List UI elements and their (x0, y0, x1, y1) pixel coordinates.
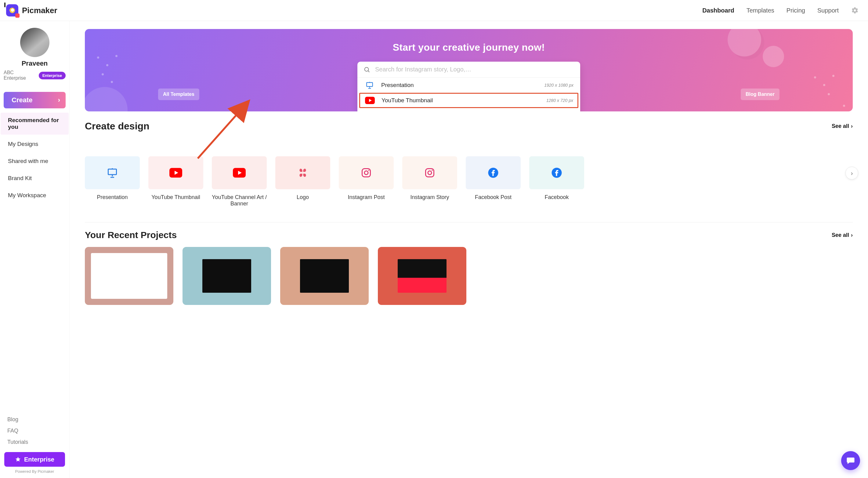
sidebar-item-shared[interactable]: Shared with me (1, 153, 69, 169)
design-card-facebook-post[interactable]: Facebook Post (466, 156, 521, 207)
youtube-icon (364, 96, 375, 105)
card-label: Presentation (85, 194, 140, 201)
sidebar: Praveen ABC Enterprise Enterprise Create… (0, 21, 70, 478)
design-card-logo[interactable]: Logo (275, 156, 330, 207)
chevron-right-icon: › (851, 123, 853, 129)
brand[interactable]: Picmaker (6, 4, 57, 17)
recent-project-card[interactable] (85, 247, 173, 305)
facebook-icon (488, 167, 499, 178)
create-section-head: Create design See all › (85, 121, 853, 132)
youtube-icon (169, 167, 182, 178)
see-all-label: See all (832, 232, 849, 238)
svg-rect-2 (367, 82, 373, 86)
enterprise-label: Enterprise (24, 456, 54, 463)
facebook-icon (551, 167, 562, 178)
recent-title: Your Recent Projects (85, 230, 177, 240)
dropdown-list: Presentation1920 x 1080 pxYouTube Thumbn… (358, 78, 580, 112)
design-card-instagram-post[interactable]: Instagram Post (339, 156, 394, 207)
card-tile (339, 156, 394, 189)
search-icon (364, 66, 370, 73)
recent-head: Your Recent Projects See all › (85, 230, 853, 240)
avatar[interactable] (20, 28, 50, 57)
youtube-icon (233, 167, 246, 178)
chevron-right-icon: › (58, 96, 60, 104)
search-input[interactable] (375, 66, 574, 73)
recent-project-card[interactable] (280, 247, 369, 305)
recent-row (85, 247, 853, 305)
chevron-right-icon: › (851, 232, 853, 238)
dropdown-item-size: 1920 x 1080 px (544, 83, 574, 88)
design-card-youtube-thumbnail[interactable]: YouTube Thumbnail (148, 156, 203, 207)
logo-icon (297, 167, 308, 178)
chip-all-templates[interactable]: All Templates (158, 89, 199, 100)
instagram-icon (361, 167, 372, 178)
design-card-instagram-story[interactable]: Instagram Story (402, 156, 457, 207)
card-tile (402, 156, 457, 189)
sidebar-link-tutorials[interactable]: Tutorials (7, 439, 66, 445)
dropdown-item-label: Presentation (381, 82, 538, 89)
profile-name: Praveen (22, 60, 48, 67)
sidebar-item-recommended[interactable]: Recommended for you (1, 113, 69, 135)
card-tile (85, 156, 140, 189)
nav-templates[interactable]: Templates (747, 7, 774, 14)
design-card-facebook[interactable]: Facebook (529, 156, 584, 207)
plan-badge: Enterprise (39, 72, 66, 79)
profile: Praveen ABC Enterprise Enterprise (1, 28, 69, 86)
sidebar-nav: Recommended for you My Designs Shared wi… (1, 113, 69, 203)
nav-support[interactable]: Support (817, 7, 839, 14)
card-tile (275, 156, 330, 189)
svg-point-0 (365, 67, 369, 71)
see-all-recent[interactable]: See all › (832, 232, 853, 238)
card-label: Facebook (529, 194, 584, 201)
svg-line-1 (368, 71, 369, 72)
card-label: Facebook Post (466, 194, 521, 201)
gear-icon[interactable] (851, 6, 859, 14)
powered-by: Powered By Picmaker (1, 469, 69, 475)
main: Start your creative journey now! All Tem… (70, 21, 868, 478)
enterprise-button[interactable]: Enterprise (4, 452, 65, 467)
topnav: Dashboard Templates Pricing Support (702, 6, 859, 14)
brand-name: Picmaker (22, 6, 57, 15)
svg-point-23 (364, 171, 368, 175)
card-label: Instagram Story (402, 194, 457, 201)
presentation-icon (107, 167, 118, 178)
card-tile (148, 156, 203, 189)
nav-dashboard[interactable]: Dashboard (702, 7, 734, 14)
recent-project-card[interactable] (183, 247, 271, 305)
design-row: PresentationYouTube ThumbnailYouTube Cha… (85, 156, 853, 207)
youtube-icon (364, 111, 375, 112)
design-card-youtube-channel-art-banner[interactable]: YouTube Channel Art / Banner (212, 156, 267, 207)
presentation-icon (364, 81, 375, 90)
dropdown-item-youtube-thumbnail[interactable]: YouTube Thumbnail1280 x 720 px (359, 93, 578, 108)
sidebar-item-brand-kit[interactable]: Brand Kit (1, 171, 69, 186)
recent-project-card[interactable] (378, 247, 466, 305)
sidebar-item-my-designs[interactable]: My Designs (1, 137, 69, 152)
design-card-presentation[interactable]: Presentation (85, 156, 140, 207)
sidebar-link-blog[interactable]: Blog (7, 416, 66, 423)
dropdown-item-size: 1280 x 720 px (546, 98, 573, 103)
create-button[interactable]: Create › (4, 92, 66, 108)
card-tile (212, 156, 267, 189)
see-all-create[interactable]: See all › (832, 123, 853, 129)
card-tile (529, 156, 584, 189)
nav-pricing[interactable]: Pricing (786, 7, 805, 14)
dropdown-item-youtube-banner[interactable]: YouTube Banner2560 x 1440 px (358, 108, 580, 112)
card-label: Logo (275, 194, 330, 201)
svg-point-24 (368, 170, 369, 171)
divider (85, 222, 853, 222)
chat-button[interactable] (841, 451, 860, 470)
sidebar-item-workspace[interactable]: My Workspace (1, 188, 69, 203)
card-label: Instagram Post (339, 194, 394, 201)
search-dropdown: Presentation1920 x 1080 pxYouTube Thumbn… (358, 62, 580, 112)
hero: Start your creative journey now! All Tem… (85, 29, 853, 112)
card-tile (466, 156, 521, 189)
chip-blog-banner[interactable]: Blog Banner (741, 89, 779, 100)
sidebar-link-faq[interactable]: FAQ (7, 428, 66, 434)
card-label: YouTube Thumbnail (148, 194, 203, 201)
star-icon (15, 456, 21, 462)
scroll-next-button[interactable]: › (845, 167, 858, 179)
dropdown-item-presentation[interactable]: Presentation1920 x 1080 px (358, 78, 580, 93)
svg-point-26 (428, 171, 432, 175)
picmaker-logo-icon (6, 4, 18, 17)
instagram-icon (424, 167, 435, 178)
